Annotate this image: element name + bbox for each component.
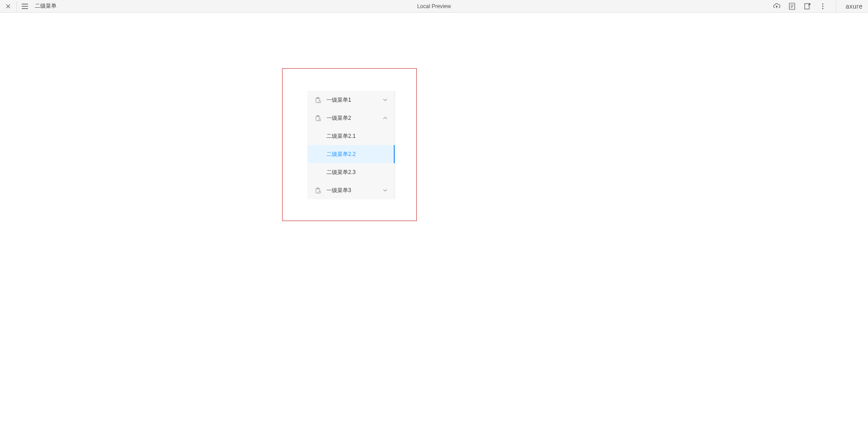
notes-button[interactable]: [788, 2, 796, 10]
publish-button[interactable]: [773, 2, 781, 10]
content-area: 一级菜单1 一级菜单2: [0, 13, 868, 438]
svg-point-15: [318, 100, 321, 103]
handoff-icon: [804, 3, 811, 10]
chevron-down-icon: [383, 99, 387, 101]
submenu-item-label: 二级菜单2.2: [326, 151, 356, 158]
menu-item-level1-2[interactable]: 一级菜单2: [307, 109, 395, 127]
menu-item-level1-3[interactable]: 一级菜单3: [307, 181, 395, 199]
submenu-item-2-1[interactable]: 二级菜单2.1: [307, 127, 395, 145]
page-title: 二级菜单: [35, 2, 57, 10]
svg-point-11: [822, 5, 824, 7]
divider: [836, 1, 836, 12]
sitemap-toggle-button[interactable]: [20, 2, 29, 11]
svg-point-12: [822, 8, 824, 9]
axure-logo[interactable]: axure: [845, 3, 863, 10]
svg-rect-9: [805, 4, 809, 9]
svg-point-21: [318, 191, 321, 193]
clipboard-icon: [315, 187, 321, 193]
cloud-upload-icon: [773, 3, 780, 10]
submenu-item-label: 二级菜单2.1: [326, 132, 356, 140]
divider: [16, 2, 17, 11]
handoff-button[interactable]: [803, 2, 811, 10]
topbar-right: axure: [773, 1, 868, 12]
menu-item-label: 一级菜单3: [326, 187, 351, 194]
clipboard-icon: [315, 115, 321, 121]
submenu-item-2-2[interactable]: 二级菜单2.2: [307, 145, 395, 163]
menu-item-label: 一级菜单2: [326, 114, 351, 122]
more-menu-button[interactable]: [819, 2, 827, 10]
chevron-up-icon: [383, 117, 387, 119]
close-icon: [6, 4, 10, 9]
submenu-item-2-3[interactable]: 二级菜单2.3: [307, 163, 395, 181]
chevron-down-icon: [383, 189, 387, 192]
topbar: 二级菜单 Local Preview: [0, 0, 868, 13]
close-button[interactable]: [4, 2, 13, 11]
hamburger-icon: [22, 4, 28, 9]
preview-mode-label: Local Preview: [417, 3, 451, 9]
notes-icon: [789, 3, 795, 10]
menu-item-label: 一级菜单1: [326, 96, 351, 104]
submenu-item-label: 二级菜单2.3: [326, 169, 356, 176]
dots-vertical-icon: [822, 3, 824, 9]
svg-point-18: [318, 118, 321, 121]
menu-panel: 一级菜单1 一级菜单2: [307, 91, 395, 199]
topbar-left: 二级菜单: [0, 2, 57, 11]
svg-point-10: [822, 3, 824, 5]
menu-item-level1-1[interactable]: 一级菜单1: [307, 91, 395, 109]
clipboard-icon: [315, 97, 321, 103]
selection-boundary: 一级菜单1 一级菜单2: [282, 68, 417, 221]
